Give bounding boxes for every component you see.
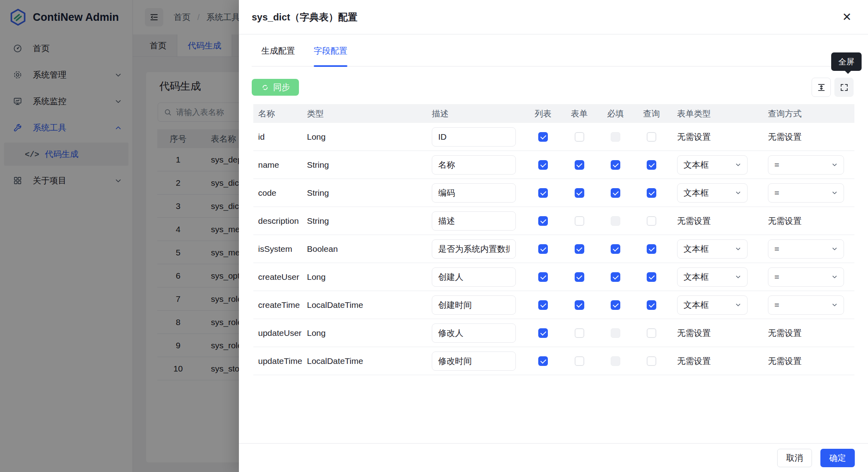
query-checkbox-checked[interactable] [647, 244, 656, 254]
description-input[interactable] [432, 155, 516, 175]
query-checkbox-unchecked[interactable] [647, 216, 656, 226]
description-input[interactable] [432, 267, 516, 287]
form-checkbox-unchecked[interactable] [575, 216, 584, 226]
chevron-down-icon [832, 162, 838, 168]
list-checkbox-checked[interactable] [538, 300, 548, 310]
chevron-down-icon [735, 246, 741, 252]
required-checkbox-checked[interactable] [611, 300, 620, 310]
field-table-body: id Long 无需设置 无需设置 name String 文本框 = code… [253, 123, 854, 375]
sync-button-label: 同步 [273, 82, 290, 93]
field-name: code [253, 188, 307, 198]
query-method-select[interactable]: = [768, 295, 844, 315]
field-name: updateTime [253, 356, 307, 366]
field-row: createUser Long 文本框 = [253, 263, 854, 291]
query-checkbox-checked[interactable] [647, 272, 656, 282]
chevron-down-icon [832, 246, 838, 252]
confirm-button[interactable]: 确定 [820, 449, 855, 467]
no-setting-text: 无需设置 [768, 132, 802, 141]
query-method-select-value: = [774, 300, 779, 310]
field-row: isSystem Boolean 文本框 = [253, 235, 854, 263]
form-checkbox-checked[interactable] [575, 160, 584, 170]
query-method-select[interactable]: = [768, 239, 844, 259]
query-method-select[interactable]: = [768, 267, 844, 287]
query-checkbox-unchecked[interactable] [647, 328, 656, 338]
line-height-icon [817, 83, 826, 92]
form-type-select[interactable]: 文本框 [677, 239, 748, 259]
query-checkbox-checked[interactable] [647, 160, 656, 170]
query-method-select-value: = [774, 272, 779, 282]
query-checkbox-checked[interactable] [647, 300, 656, 310]
query-method-select[interactable]: = [768, 183, 844, 203]
list-checkbox-checked[interactable] [538, 188, 548, 198]
field-name: isSystem [253, 244, 307, 254]
description-input[interactable] [432, 295, 516, 315]
query-method-select-value: = [774, 160, 779, 170]
tab-field-config[interactable]: 字段配置 [314, 45, 347, 66]
field-type: LocalDateTime [307, 300, 432, 310]
field-name: createUser [253, 272, 307, 282]
field-table-header: 名称 类型 描述 列表 表单 必填 查询 表单类型 查询方式 [253, 104, 854, 123]
fullscreen-button[interactable] [834, 78, 854, 97]
query-method-select-value: = [774, 244, 779, 254]
query-checkbox-unchecked[interactable] [647, 356, 656, 366]
query-method-select-value: = [774, 188, 779, 198]
field-type: String [307, 188, 432, 198]
required-checkbox-checked[interactable] [611, 160, 620, 170]
column-header-required: 必填 [597, 108, 633, 119]
description-input[interactable] [432, 239, 516, 259]
field-type: Long [307, 272, 432, 282]
description-input[interactable] [432, 183, 516, 203]
tab-generate-config[interactable]: 生成配置 [261, 45, 295, 66]
column-header-list: 列表 [525, 108, 561, 119]
tooltip-label: 全屏 [838, 56, 854, 67]
form-type-select-value: 文本框 [684, 299, 709, 311]
column-header-query: 查询 [633, 108, 670, 119]
form-checkbox-checked[interactable] [575, 188, 584, 198]
form-checkbox-unchecked[interactable] [575, 356, 584, 366]
list-checkbox-checked[interactable] [538, 132, 548, 142]
form-type-select[interactable]: 文本框 [677, 267, 748, 287]
form-checkbox-checked[interactable] [575, 244, 584, 254]
required-checkbox-checked[interactable] [611, 244, 620, 254]
list-checkbox-checked[interactable] [538, 272, 548, 282]
query-checkbox-checked[interactable] [647, 188, 656, 198]
query-checkbox-unchecked[interactable] [647, 132, 656, 142]
cancel-button[interactable]: 取消 [777, 449, 812, 467]
field-row: id Long 无需设置 无需设置 [253, 123, 854, 151]
description-input[interactable] [432, 211, 516, 231]
list-checkbox-checked[interactable] [538, 160, 548, 170]
sync-button[interactable]: 同步 [252, 79, 299, 96]
list-checkbox-checked[interactable] [538, 328, 548, 338]
list-checkbox-checked[interactable] [538, 216, 548, 226]
field-type: Long [307, 132, 432, 142]
chevron-down-icon [735, 190, 741, 196]
fullscreen-tooltip: 全屏 [831, 52, 862, 71]
form-checkbox-unchecked[interactable] [575, 132, 584, 142]
field-type: String [307, 216, 432, 226]
form-type-select[interactable]: 文本框 [677, 295, 748, 315]
form-type-select[interactable]: 文本框 [677, 183, 748, 203]
description-input[interactable] [432, 323, 516, 343]
description-input[interactable] [432, 127, 516, 147]
list-checkbox-checked[interactable] [538, 356, 548, 366]
row-height-button[interactable] [812, 78, 831, 97]
required-checkbox-disabled [611, 132, 620, 142]
required-checkbox-checked[interactable] [611, 272, 620, 282]
required-checkbox-disabled [611, 216, 620, 226]
field-type: Long [307, 328, 432, 338]
form-checkbox-unchecked[interactable] [575, 328, 584, 338]
form-checkbox-checked[interactable] [575, 300, 584, 310]
no-setting-text: 无需设置 [677, 356, 711, 366]
required-checkbox-checked[interactable] [611, 188, 620, 198]
query-method-select[interactable]: = [768, 155, 844, 175]
description-input[interactable] [432, 351, 516, 371]
column-header-name: 名称 [253, 108, 307, 119]
form-type-select[interactable]: 文本框 [677, 155, 748, 175]
no-setting-text: 无需设置 [677, 132, 711, 141]
chevron-down-icon [832, 274, 838, 280]
list-checkbox-checked[interactable] [538, 244, 548, 254]
no-setting-text: 无需设置 [768, 216, 802, 225]
close-icon[interactable]: ✕ [842, 12, 852, 23]
form-checkbox-checked[interactable] [575, 272, 584, 282]
field-row: updateUser Long 无需设置 无需设置 [253, 319, 854, 347]
